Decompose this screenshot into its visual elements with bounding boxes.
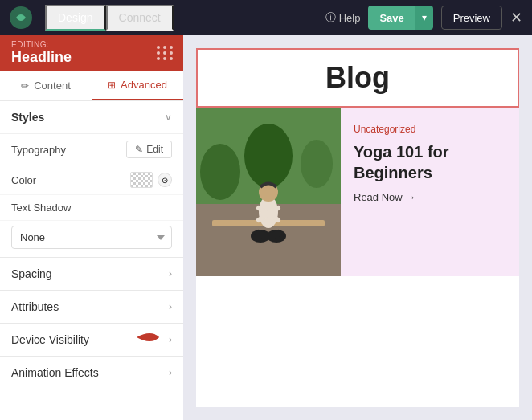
close-button[interactable]: ✕: [510, 9, 522, 27]
animation-effects-chevron-icon: ›: [169, 367, 172, 378]
color-row: Color ⊙: [0, 165, 183, 195]
tab-content[interactable]: ✏ Content: [0, 71, 92, 100]
tab-advanced[interactable]: ⊞ Advanced: [92, 71, 183, 100]
editing-label-text: EDITING:: [11, 40, 72, 49]
color-swatch[interactable]: [130, 172, 153, 188]
blog-title: Blog: [325, 61, 390, 95]
left-panel: EDITING: Headline ✏ Content ⊞ Advanced: [0, 35, 183, 420]
spacing-section[interactable]: Spacing ›: [0, 257, 183, 290]
save-button[interactable]: Save: [368, 6, 415, 30]
styles-section-header[interactable]: Styles ∨: [0, 101, 183, 134]
device-visibility-chevron-icon: ›: [169, 334, 172, 345]
pencil-small-icon: ✎: [135, 144, 143, 155]
device-visibility-section[interactable]: Device Visibility ›: [0, 323, 183, 356]
attributes-section[interactable]: Attributes ›: [0, 290, 183, 323]
save-dropdown-button[interactable]: ▾: [415, 6, 433, 30]
styles-chevron-icon: ∨: [165, 112, 172, 123]
blog-read-more[interactable]: Read Now →: [354, 191, 506, 203]
panel-content: Styles ∨ Typography ✎ Edit Color ⊙: [0, 101, 183, 420]
blog-category: Uncategorized: [354, 124, 506, 135]
edit-btn-label: Edit: [146, 144, 163, 155]
animation-effects-title: Animation Effects: [11, 366, 99, 379]
attributes-title: Attributes: [11, 300, 59, 313]
nav-tab-connect[interactable]: Connect: [106, 5, 174, 31]
spacing-header: Spacing ›: [0, 258, 183, 290]
help-icon: ⓘ: [325, 10, 336, 25]
typography-row: Typography ✎ Edit: [0, 134, 183, 165]
editing-info: EDITING: Headline: [11, 40, 72, 66]
blog-image: [196, 108, 341, 276]
text-shadow-row: Text Shadow: [0, 195, 183, 221]
main-layout: EDITING: Headline ✏ Content ⊞ Advanced: [0, 35, 532, 420]
svg-point-5: [301, 140, 333, 188]
device-visibility-header: Device Visibility ›: [0, 324, 183, 356]
typography-edit-button[interactable]: ✎ Edit: [126, 141, 172, 158]
device-visibility-title: Device Visibility: [11, 333, 89, 346]
blog-title-box: Blog: [196, 48, 519, 108]
yoga-image-svg: [196, 108, 341, 276]
help-label: Help: [339, 12, 361, 24]
grid-icon: ⊞: [108, 80, 116, 91]
blog-preview: Blog: [196, 48, 519, 407]
editing-bar: EDITING: Headline: [0, 35, 183, 71]
text-shadow-select-row: None: [0, 221, 183, 257]
dots-grid-icon[interactable]: [157, 46, 174, 60]
spacing-chevron-icon: ›: [169, 268, 172, 279]
tab-content-label: Content: [34, 80, 71, 92]
top-navbar: Design Connect ⓘ Help Save ▾ Preview ✕: [0, 0, 532, 35]
attributes-chevron-icon: ›: [169, 301, 172, 312]
svg-point-6: [244, 124, 293, 188]
color-label: Color: [11, 174, 36, 186]
checkerboard-pattern: [131, 173, 152, 187]
nav-right-actions: ⓘ Help Save ▾ Preview ✕: [325, 6, 522, 30]
save-button-group: Save ▾: [368, 6, 432, 30]
canvas-area: Blog: [183, 35, 532, 420]
animation-effects-header: Animation Effects ›: [0, 357, 183, 389]
blog-post-title: Yoga 101 for Beginners: [354, 141, 506, 183]
pencil-icon: ✏: [21, 80, 29, 92]
app-logo: [10, 6, 32, 29]
main-nav-tabs: Design Connect: [45, 5, 174, 31]
tab-advanced-label: Advanced: [121, 79, 167, 91]
panel-tab-bar: ✏ Content ⊞ Advanced: [0, 71, 183, 101]
eyedropper-icon[interactable]: ⊙: [158, 173, 172, 187]
typography-label: Typography: [11, 144, 66, 156]
attributes-header: Attributes ›: [0, 291, 183, 323]
nav-tab-design[interactable]: Design: [45, 5, 106, 31]
spacing-title: Spacing: [11, 267, 52, 280]
text-shadow-select[interactable]: None: [11, 226, 172, 249]
blog-text-area: Uncategorized Yoga 101 for Beginners Rea…: [341, 108, 519, 276]
color-controls: ⊙: [130, 172, 172, 188]
editing-element-name: Headline: [11, 49, 72, 66]
help-button[interactable]: ⓘ Help: [325, 10, 361, 25]
preview-button[interactable]: Preview: [441, 6, 502, 30]
svg-point-4: [200, 144, 240, 200]
animation-effects-section[interactable]: Animation Effects ›: [0, 356, 183, 389]
styles-title: Styles: [11, 111, 44, 124]
text-shadow-label: Text Shadow: [11, 202, 71, 214]
blog-content-area: Uncategorized Yoga 101 for Beginners Rea…: [196, 108, 519, 276]
